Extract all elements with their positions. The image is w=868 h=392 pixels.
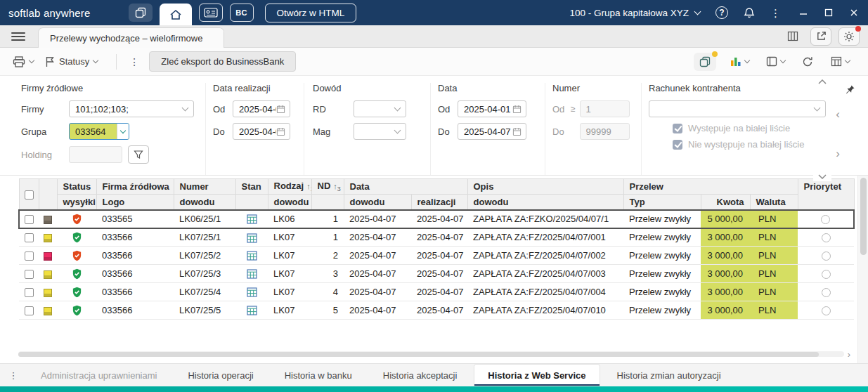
row-checkbox-cell[interactable] [19,265,39,283]
priority-radio[interactable] [822,233,831,242]
priority-radio[interactable] [822,306,831,315]
calendar-icon[interactable] [276,127,285,136]
col-priorytet[interactable]: Priorytet [798,179,854,210]
filter-scroll-right-button[interactable]: › [836,148,840,159]
home-tab[interactable] [160,4,192,25]
chevron-down-icon[interactable] [394,105,401,112]
firmy-combo[interactable] [69,100,194,117]
rd-combo[interactable] [354,100,406,117]
bc-module-button[interactable]: BC [230,4,254,22]
calendar-icon[interactable] [276,105,285,114]
notifications-button[interactable] [744,7,755,19]
chart-view-button[interactable] [727,53,752,70]
row-checkbox[interactable] [25,251,34,261]
col-firma[interactable]: Firma źródłowa [96,179,174,195]
col-data-realizacji[interactable]: realizacji [411,195,467,210]
col-typ[interactable]: Typ [623,195,701,210]
row-checkbox[interactable] [25,233,34,242]
col-numer-sub[interactable]: dowodu [174,195,235,210]
more-actions-button[interactable]: ⋮ [124,53,145,70]
horizontal-scrollbar[interactable]: › [18,351,850,358]
row-checkbox[interactable] [25,270,34,279]
calendar-icon[interactable] [512,105,522,114]
table-row[interactable]: 033566 LK07/25/3 LK07 3 2025-04-07 2025-… [19,265,854,283]
grupa-combo[interactable] [69,123,129,140]
priority-radio[interactable] [822,251,831,261]
data-realizacji-od-input[interactable] [233,100,290,117]
scrollbar-track[interactable] [18,351,844,357]
col-waluta[interactable]: Waluta [750,195,798,210]
row-checkbox[interactable] [25,306,34,315]
row-checkbox-cell[interactable] [19,301,39,320]
chevron-down-icon[interactable] [182,105,189,112]
priority-radio[interactable] [822,288,831,297]
bottom-tab[interactable]: Historia zmian autoryzacji [603,364,735,386]
calendar-icon[interactable] [512,127,522,136]
col-opis-sub[interactable]: dowodu [467,195,623,210]
print-button[interactable] [13,56,34,67]
col-data-dowodu[interactable]: dowodu [344,195,411,210]
workspaces-button[interactable] [129,4,153,22]
chevron-down-icon[interactable] [394,127,401,134]
row-checkbox[interactable] [25,288,34,297]
main-menu-button[interactable] [11,32,25,41]
whitelist-checkbox[interactable]: Występuje na białej liście [673,123,868,133]
assistant-button[interactable] [838,27,860,46]
table-row[interactable]: 033566 LK07/25/5 LK07 5 2025-04-07 2025-… [19,301,854,320]
grupa-dropdown-button[interactable] [117,124,129,139]
panel-layout-button[interactable] [763,53,788,70]
maximize-button[interactable] [824,8,833,17]
firmy-input[interactable] [75,104,183,115]
scroll-right-button[interactable]: › [848,350,850,359]
statusy-dropdown[interactable]: Statusy [45,56,98,67]
minimize-button[interactable] [799,8,808,17]
col-kwota[interactable]: Kwota [701,195,750,210]
help-button[interactable]: ? [715,6,728,19]
share-button[interactable] [810,27,831,46]
titlebar-more-button[interactable]: ⋮ [770,8,781,18]
data-od-input[interactable] [458,100,526,117]
bottom-tab[interactable]: Historia w banku [271,364,366,386]
table-row[interactable]: 033565 LK06/25/1 LK06 1 2025-04-07 2025-… [19,210,854,228]
table-row[interactable]: 033566 LK07/25/2 LK07 2 2025-04-07 2025-… [19,247,854,265]
col-opis[interactable]: Opis [467,179,623,195]
row-checkbox-cell[interactable] [19,247,39,265]
col-przelew[interactable]: Przelew [623,179,798,195]
grupa-input[interactable] [75,126,117,137]
filter-scroll-left-button[interactable]: ‹ [836,108,840,120]
col-status[interactable]: Status [57,179,96,195]
col-rodzaj-sub[interactable]: dowodu [268,195,311,210]
priority-radio[interactable] [822,270,831,279]
col-data[interactable]: Data [344,179,467,195]
data-do-input[interactable] [458,123,526,140]
bottom-tab[interactable]: Historia operacji [174,364,267,386]
scrollbar-thumb[interactable] [18,352,819,357]
bottom-tab[interactable]: Historia z Web Service [474,364,600,386]
priority-radio[interactable] [821,215,830,224]
col-stan[interactable]: Stan [235,179,268,195]
select-all-checkbox[interactable] [25,190,34,200]
expand-filters-button[interactable] [813,171,831,181]
chevron-down-icon[interactable] [814,105,821,112]
close-button[interactable] [850,8,858,17]
contacts-button[interactable] [199,4,223,22]
row-checkbox-cell[interactable] [19,210,39,228]
export-businessbank-button[interactable]: Zleć eksport do BusinessBank [149,51,296,72]
table-row[interactable]: 033566 LK07/25/1 LK07 1 2025-04-07 2025-… [19,228,854,247]
open-in-html-button[interactable]: Otwórz w HTML [265,4,357,22]
col-status-sub[interactable]: wysyłki [57,195,96,210]
document-tab-active[interactable]: Przelewy wychodzące – wielofirmowe [38,27,224,48]
bottom-tab[interactable]: Administracja uprawnieniami [27,364,171,386]
collapse-filters-button[interactable] [813,77,831,86]
pin-filters-button[interactable] [845,84,855,97]
bottom-tab[interactable]: Historia akceptacji [369,364,472,386]
grid-settings-button[interactable] [828,53,853,70]
scrollbar-thumb[interactable] [860,178,867,255]
refresh-button[interactable] [799,53,817,70]
row-checkbox[interactable] [25,215,34,224]
report-columns-button[interactable] [782,27,803,46]
select-all-header[interactable] [19,179,39,210]
row-checkbox-cell[interactable] [19,228,39,247]
col-numer[interactable]: Numer [174,179,235,195]
views-button[interactable] [694,53,716,71]
